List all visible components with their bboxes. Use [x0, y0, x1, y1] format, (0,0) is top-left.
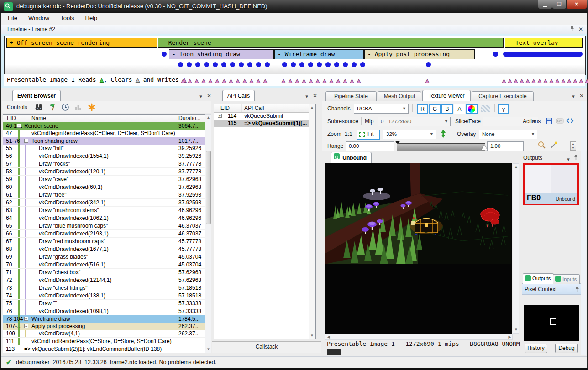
autofit-magnifier-icon[interactable]	[537, 141, 547, 150]
texture-viewport[interactable]	[325, 163, 512, 334]
expand-icon[interactable]: +	[218, 114, 222, 118]
mip-select[interactable]: 0 - 1272x690▼	[378, 117, 451, 126]
event-row[interactable]: 51-76−Toon shading draw1017.7...	[3, 137, 205, 145]
event-row[interactable]: 76vkCmdDrawIndexed(1098,1)57.33333	[3, 307, 205, 315]
texture-list-menu-icon[interactable]: ▾	[565, 156, 572, 162]
api-call-row[interactable]: +114vkQueueSubmit	[214, 112, 315, 120]
panel-menu-icon[interactable]: ▾	[570, 93, 577, 99]
range-min-field[interactable]: 0.00	[346, 141, 394, 151]
custom-shader-wheel-icon[interactable]	[466, 104, 478, 114]
scroll-left-icon[interactable]: ◀	[326, 334, 331, 340]
scroll-up-icon[interactable]: ▲	[310, 105, 315, 110]
scroll-down-icon[interactable]: ▼	[514, 327, 519, 333]
bookmark-asterisk-icon[interactable]	[87, 103, 97, 112]
event-row[interactable]: 68vkCmdDrawIndexed(1677,1)45.77778	[3, 245, 205, 253]
pin-icon[interactable]	[574, 286, 580, 292]
event-row[interactable]: 62vkCmdDrawIndexed(342,1)37.92593	[3, 199, 205, 207]
find-icon[interactable]	[34, 103, 44, 112]
debug-button[interactable]: Debug	[555, 344, 578, 353]
gamma-button[interactable]: γ	[498, 104, 509, 114]
timeline-marker-bar[interactable]: - Toon shading draw	[169, 49, 274, 59]
event-row[interactable]: 69Draw "grass blades"45.03704	[3, 253, 205, 261]
channels-select[interactable]: RGBA▼	[354, 104, 409, 114]
viewport-hscrollbar[interactable]: ◀ ▶	[325, 334, 513, 340]
collapse-icon[interactable]: −	[24, 324, 28, 328]
tab-outputs[interactable]: Outputs	[523, 273, 554, 284]
history-button[interactable]: History	[525, 344, 547, 353]
panel-menu-icon[interactable]: ▾	[304, 93, 310, 99]
tab-capture-executable[interactable]: Capture Executable	[472, 91, 534, 101]
channel-g-toggle[interactable]: G	[429, 104, 441, 114]
flip-y-icon[interactable]	[440, 129, 450, 138]
checker-backdrop-icon[interactable]	[480, 104, 492, 114]
scroll-up-icon[interactable]: ▲	[206, 115, 211, 120]
timeline-marker-bar[interactable]: - Text overlay	[505, 38, 583, 48]
event-row[interactable]: 59Draw "cave"37.62963	[3, 176, 205, 183]
panel-menu-icon[interactable]: ▾	[198, 93, 204, 99]
col-duration[interactable]: Duratio...	[178, 115, 201, 121]
range-slider[interactable]	[397, 143, 485, 151]
event-row[interactable]: 109vkCmdDraw(4,1)262.37...	[3, 330, 205, 338]
scroll-up-icon[interactable]: ▲	[514, 164, 519, 170]
event-row[interactable]: 74vkCmdDrawIndexed(138,1)57.18518	[3, 292, 205, 300]
event-row[interactable]: 75Draw ""57.33333	[3, 300, 205, 307]
timeline-marker-bar[interactable]: - Wireframe draw	[274, 49, 364, 59]
menu-help[interactable]: Help	[85, 15, 98, 21]
event-row[interactable]: 65Draw "blue mushroom caps"46.37037	[3, 222, 205, 230]
event-row[interactable]: 67Draw "red mushroom caps"45.77778	[3, 238, 205, 245]
tab-texture-viewer[interactable]: Texture Viewer	[422, 90, 471, 101]
tab-unbound-texture[interactable]: Unbound	[331, 152, 372, 163]
col-name[interactable]: Name	[31, 115, 46, 121]
col-api-call[interactable]: API Call	[244, 105, 264, 111]
zoom-1to1-button[interactable]: 1:1	[345, 131, 352, 137]
col-eid[interactable]: EID	[7, 115, 16, 121]
goto-eid-flag-icon[interactable]	[48, 103, 58, 112]
zoom-select[interactable]: 32%▼	[383, 130, 436, 139]
event-row[interactable]: 107-...−Apply post processing262.37...	[3, 323, 205, 330]
scroll-right-icon[interactable]: ▶	[507, 334, 512, 340]
viewport-vscrollbar[interactable]: ▲ ▼	[513, 163, 519, 334]
overlay-select[interactable]: None▼	[479, 130, 537, 139]
channel-b-toggle[interactable]: B	[441, 104, 453, 114]
time-durations-icon[interactable]	[61, 103, 71, 112]
close-panel-icon[interactable]: ✕	[578, 93, 585, 99]
event-row[interactable]: 64vkCmdDrawIndexed(1062,1)46.96296	[3, 214, 205, 222]
api-calls-scrollbar[interactable]: ▲ ▼	[309, 104, 315, 339]
event-browser-scrollbar[interactable]: ▲ ▼	[205, 114, 211, 353]
expand-icon[interactable]: +	[24, 317, 28, 321]
tab-mesh-output[interactable]: Mesh Output	[378, 91, 421, 101]
timeline-marker-bar[interactable]: - Render scene	[158, 38, 504, 48]
pin-icon[interactable]	[569, 26, 575, 32]
maximize-button[interactable]: ❒	[552, 0, 567, 9]
event-row[interactable]: 46-111−Render scene3064.7...	[3, 122, 205, 130]
channel-a-toggle[interactable]: A	[454, 104, 465, 114]
api-call-row[interactable]: 115=> vkQueueSubmit(1)[...	[214, 120, 315, 127]
output-thumbnail-fb0[interactable]: FB0 Unbound	[523, 163, 579, 205]
timeline-marker-bar[interactable]: + Off-screen scene rendering	[6, 38, 157, 48]
event-row[interactable]: 111vkCmdEndRenderPass(C=Store, D=Store, …	[3, 338, 205, 345]
event-row[interactable]: 78-104+Wireframe draw1784.5...	[3, 315, 205, 323]
event-row[interactable]: 66vkCmdDrawIndexed(2193,1)46.37037	[3, 230, 205, 238]
event-row[interactable]: 70vkCmdDrawIndexed(516,1)45.03704	[3, 261, 205, 269]
close-panel-icon[interactable]: ✕	[578, 26, 584, 32]
close-panel-icon[interactable]: ✕	[312, 93, 318, 99]
channel-r-toggle[interactable]: R	[417, 104, 428, 114]
event-row[interactable]: 56vkCmdDrawIndexed(1554,1)39.25926	[3, 152, 205, 160]
tab-inputs[interactable]: Inputs	[553, 274, 580, 284]
timeline-panel-header[interactable]: Timeline - Frame #2 ✕	[1, 25, 587, 35]
titlebar[interactable]: debugmarker.rdc - RenderDoc Unofficial r…	[0, 0, 588, 13]
range-extra-dropdown[interactable]: ▲ ▼	[570, 141, 576, 151]
pin-icon[interactable]	[572, 154, 579, 161]
event-row[interactable]: 61Draw "tree"37.92593	[3, 191, 205, 199]
event-row[interactable]: 57Draw "rocks"37.77778	[3, 160, 205, 168]
range-wand-icon[interactable]	[549, 141, 559, 150]
col-eid[interactable]: EID	[220, 105, 230, 111]
collapse-icon[interactable]: −	[17, 124, 21, 128]
menu-tools[interactable]: Tools	[60, 15, 74, 21]
fit-button[interactable]: Fit	[357, 130, 380, 140]
minimize-button[interactable]: ▁	[538, 0, 552, 9]
save-icon[interactable]	[545, 116, 555, 125]
menu-window[interactable]: Window	[28, 15, 49, 21]
scroll-down-icon[interactable]: ▼	[310, 333, 315, 339]
event-row[interactable]: 63Draw "mushroom stems"46.96296	[3, 207, 205, 214]
